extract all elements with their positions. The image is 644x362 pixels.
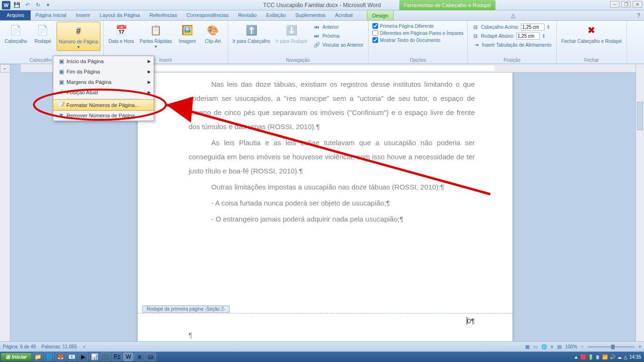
status-words[interactable]: Palavras: 11.065 [41, 344, 77, 349]
tab-design[interactable]: Design [367, 10, 393, 20]
dropdown-page-margins[interactable]: ▣Margens da Página▶ [53, 77, 154, 87]
page-number-button[interactable]: #️ Número de Página▾ [57, 22, 100, 51]
zoom-in-icon[interactable]: + [638, 344, 641, 349]
different-first-page-checkbox[interactable]: Primeira Página Diferente [372, 23, 464, 29]
spinner-icon[interactable]: ⇕ [542, 33, 545, 39]
start-button[interactable]: ⊞Iniciar [1, 353, 32, 361]
tab-insert[interactable]: Inserir [71, 10, 95, 20]
taskbar-app-icon[interactable]: 🎵 [100, 353, 111, 361]
taskbar-explorer-icon[interactable]: 📁 [33, 353, 43, 361]
quick-parts-icon: 📋 [148, 23, 163, 38]
tray-icon[interactable]: ▲ [574, 354, 578, 360]
view-outline-icon[interactable]: ≡ [551, 344, 553, 349]
minimize-ribbon-icon[interactable]: △ [507, 11, 519, 20]
clipart-button[interactable]: 🎨 Clip-Art [201, 22, 225, 45]
page-number-icon: #️ [71, 23, 86, 38]
view-draft-icon[interactable]: ▤ [557, 344, 561, 349]
footer-bottom-input[interactable] [516, 33, 540, 40]
tab-references[interactable]: Referências [145, 10, 182, 20]
header-top-input[interactable] [521, 24, 545, 31]
dropdown-bottom-of-page[interactable]: ▣Fim da Página▶ [53, 66, 154, 77]
show-doc-text-checkbox[interactable]: Mostrar Texto do Documento [372, 37, 464, 43]
footer-from-bottom: ⊟Rodapé Abaixo:⇕ [471, 32, 553, 40]
tray-icon[interactable]: ☁ [617, 354, 622, 360]
status-spellcheck-icon[interactable]: ✓ [83, 344, 86, 349]
header-from-top: ⊟Cabeçalho Acima:⇕ [471, 23, 553, 31]
paragraph: Outras limitações impostas a usucapião n… [189, 180, 475, 194]
tray-icon[interactable]: △ [624, 354, 627, 360]
tray-clock[interactable]: 14:35 [629, 354, 641, 360]
help-icon[interactable]: ? [633, 11, 644, 20]
minimize-button[interactable]: ─ [610, 1, 619, 8]
paragraph: Nas leis das doze tábuas, existiam os re… [189, 77, 475, 134]
close-header-footer-button[interactable]: ✖ Fechar Cabeçalho e Rodapé [560, 22, 624, 45]
taskbar-app-icon[interactable]: 📧 [66, 353, 77, 361]
scroll-thumb[interactable] [637, 102, 643, 130]
different-odd-even-checkbox[interactable]: Diferentes em Páginas Pares e Ímpares [372, 30, 464, 36]
save-icon[interactable]: 💾 [12, 1, 22, 9]
vertical-scrollbar[interactable] [636, 64, 644, 341]
goto-header-button[interactable]: ⬆️ Ir para Cabeçalho [231, 22, 272, 45]
submenu-arrow-icon: ▶ [148, 59, 151, 64]
tray-icon[interactable]: 🟥 [580, 354, 586, 360]
tray-icon[interactable]: 📶 [602, 354, 608, 360]
group-close: ✖ Fechar Cabeçalho e Rodapé Fechar [557, 21, 627, 64]
dropdown-remove-page-numbers[interactable]: ✖Remover Números de Página [53, 110, 154, 121]
dropdown-top-of-page[interactable]: ▣Início da Página▶ [53, 56, 154, 66]
tab-layout[interactable]: Layout da Página [95, 10, 145, 20]
tab-view[interactable]: Exibição [262, 10, 291, 20]
taskbar-app-icon[interactable]: ▶ [78, 353, 88, 361]
footer-boundary [138, 313, 512, 313]
footer-button[interactable]: 📄 Rodapé [31, 22, 55, 45]
goto-header-label: Ir para Cabeçalho [233, 39, 271, 44]
previous-button[interactable]: ⏮Anterior [311, 23, 365, 31]
zoom-out-icon[interactable]: − [581, 344, 584, 349]
view-web-icon[interactable]: 🌐 [541, 344, 547, 349]
tab-mailings[interactable]: Correspondências [182, 10, 233, 20]
taskbar-ie-icon[interactable]: e [134, 353, 145, 361]
view-fullscreen-icon[interactable]: ▭ [533, 344, 537, 349]
page-number-field[interactable]: 0¶ [467, 317, 475, 325]
goto-header-icon: ⬆️ [244, 23, 259, 38]
tab-home[interactable]: Página Inicial [31, 10, 71, 20]
header-button[interactable]: 📄 Cabeçalho [3, 22, 29, 45]
picture-label: Imagem [179, 39, 196, 44]
body-text: Nas leis das doze tábuas, existiam os re… [189, 77, 475, 226]
date-time-button[interactable]: 📅 Data e Hora [107, 22, 136, 45]
tray-icon[interactable]: 🗑 [595, 354, 600, 360]
picture-button[interactable]: 🖼️ Imagem [176, 22, 199, 45]
qat-dropdown-icon[interactable]: ▾ [43, 1, 53, 9]
tray-icon[interactable]: 🔋 [588, 354, 594, 360]
quick-parts-button[interactable]: 📋 Partes Rápidas▾ [138, 22, 173, 50]
tray-volume-icon[interactable]: 🔊 [610, 354, 615, 360]
group-options: Primeira Página Diferente Diferentes em … [369, 21, 468, 64]
taskbar-app-icon[interactable]: 📊 [89, 353, 99, 361]
taskbar-firefox-icon[interactable]: 🦊 [55, 353, 66, 361]
spinner-icon[interactable]: ⇕ [546, 25, 550, 30]
ruler-corner[interactable]: ⌐ [0, 64, 10, 73]
undo-icon[interactable]: ↶ [23, 1, 32, 9]
taskbar-filezilla-icon[interactable]: Fz [112, 353, 122, 361]
taskbar-app-icon[interactable]: 🗂 [146, 353, 156, 361]
insert-alignment-tab-button[interactable]: ⇥Inserir Tabulação de Alinhamento [471, 41, 553, 49]
tab-addins[interactable]: Suplementos [290, 10, 330, 20]
view-print-layout-icon[interactable]: ▦ [525, 344, 529, 349]
taskbar-word-icon[interactable]: W [123, 353, 133, 361]
dropdown-format-page-numbers[interactable]: 📝Formatar Números de Página... [53, 99, 154, 111]
vertical-ruler[interactable] [0, 73, 10, 341]
zoom-level[interactable]: 100% [565, 344, 578, 349]
link-previous-button[interactable]: 🔗Vincular ao Anterior [311, 41, 365, 49]
zoom-slider[interactable] [587, 346, 635, 348]
taskbar-chrome-icon[interactable]: 🌐 [44, 353, 54, 361]
window-close-button[interactable]: ✕ [633, 1, 642, 8]
redo-icon[interactable]: ↻ [33, 1, 42, 9]
tab-review[interactable]: Revisão [233, 10, 262, 20]
next-button[interactable]: ⏭Próxima [311, 32, 365, 40]
status-page[interactable]: Página: 6 de 49 [3, 344, 36, 349]
footer-paragraph[interactable]: ¶ [189, 331, 475, 339]
dropdown-current-position[interactable]: #Posição Atual▶ [53, 87, 154, 98]
tab-file[interactable]: Arquivo [0, 10, 31, 20]
restore-button[interactable]: ❐ [621, 1, 631, 8]
footer-bottom-icon: ⊟ [471, 32, 479, 40]
tab-acrobat[interactable]: Acrobat [330, 10, 357, 20]
